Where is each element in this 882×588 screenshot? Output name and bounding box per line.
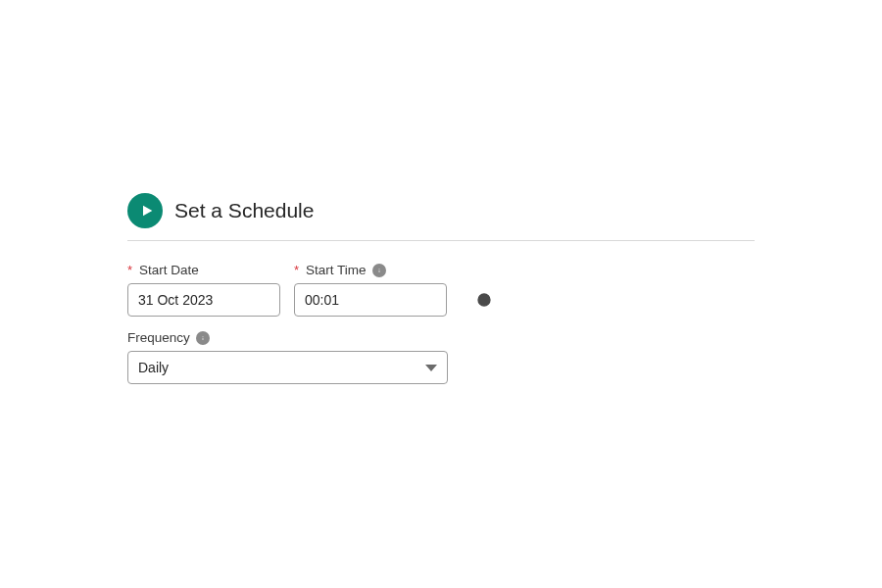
clock-icon[interactable] bbox=[476, 292, 492, 308]
form-row-2: Frequency Daily bbox=[127, 330, 755, 384]
start-date-label: Start Date bbox=[139, 263, 199, 277]
frequency-value: Daily bbox=[138, 360, 425, 375]
form-row-1: *Start Date *Start Time bbox=[127, 263, 755, 317]
schedule-section: Set a Schedule *Start Date bbox=[127, 193, 755, 398]
start-time-input[interactable] bbox=[294, 283, 447, 317]
start-time-label-row: *Start Time bbox=[294, 263, 447, 277]
frequency-group: Frequency Daily bbox=[127, 330, 448, 384]
play-icon bbox=[127, 193, 163, 228]
frequency-label: Frequency bbox=[127, 330, 190, 345]
frequency-label-row: Frequency bbox=[127, 330, 448, 345]
chevron-down-icon bbox=[425, 365, 437, 371]
start-date-label-row: *Start Date bbox=[127, 263, 280, 277]
start-time-group: *Start Time bbox=[294, 263, 447, 317]
info-icon[interactable] bbox=[196, 331, 210, 345]
start-time-label: Start Time bbox=[306, 263, 367, 277]
start-time-value[interactable] bbox=[305, 292, 476, 308]
start-date-group: *Start Date bbox=[127, 263, 280, 317]
section-header: Set a Schedule bbox=[127, 193, 755, 241]
section-title: Set a Schedule bbox=[174, 199, 314, 222]
required-star: * bbox=[127, 263, 132, 277]
required-star: * bbox=[294, 263, 299, 277]
start-date-input[interactable] bbox=[127, 283, 280, 317]
start-date-value[interactable] bbox=[138, 292, 310, 308]
frequency-select[interactable]: Daily bbox=[127, 351, 448, 384]
info-icon[interactable] bbox=[372, 264, 386, 277]
